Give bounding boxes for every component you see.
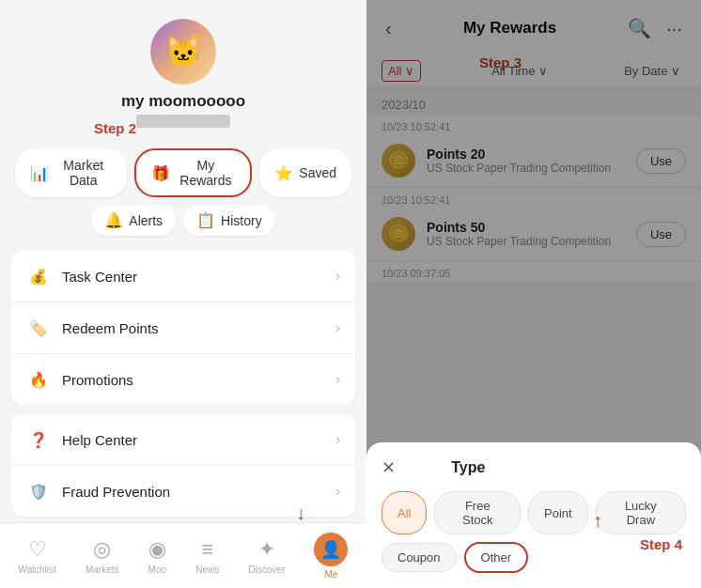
task-center-label: Task Center xyxy=(62,269,335,285)
market-data-icon: 📊 xyxy=(30,164,49,182)
my-rewards-icon: 🎁 xyxy=(151,164,170,182)
help-center-icon: ❓ xyxy=(26,427,51,452)
market-data-label: Market Data xyxy=(55,158,112,188)
sheet-header: ✕ Type xyxy=(382,457,686,478)
promotions-label: Promotions xyxy=(62,372,335,388)
quick-buttons-row2: 🔔 Alerts 📋 History xyxy=(0,205,366,236)
menu-section-1: 💰 Task Center › 🏷️ Redeem Points › 🔥 Pro… xyxy=(11,251,355,405)
chip-coupon[interactable]: Coupon xyxy=(382,543,457,572)
redeem-points-label: Redeem Points xyxy=(62,320,335,336)
fraud-prevention-chevron: › xyxy=(335,483,340,500)
me-label: Me xyxy=(324,569,337,580)
discover-icon: ✦ xyxy=(258,537,275,562)
fraud-prevention-icon: 🛡️ xyxy=(26,479,51,503)
discover-label: Discover xyxy=(248,565,285,575)
history-button[interactable]: 📋 History xyxy=(183,205,275,236)
market-data-button[interactable]: 📊 Market Data xyxy=(15,148,127,197)
alerts-icon: 🔔 xyxy=(104,211,123,229)
sheet-title: Type xyxy=(396,459,541,476)
nav-watchlist[interactable]: ♡ Watchlist xyxy=(9,532,66,580)
chip-all[interactable]: All xyxy=(382,491,427,534)
menu-section-2: ❓ Help Center › 🛡️ Fraud Prevention › xyxy=(11,414,355,517)
username: my moomooooo xyxy=(121,92,245,111)
promotions-chevron: › xyxy=(335,371,340,388)
task-center-item[interactable]: 💰 Task Center › xyxy=(11,251,355,302)
markets-icon: ◎ xyxy=(93,537,111,562)
step2-label: Step 2 xyxy=(94,120,136,136)
arrow-step1-icon: ↓ xyxy=(296,503,305,524)
nav-me[interactable]: 👤 Me xyxy=(304,527,357,585)
chip-point[interactable]: Point xyxy=(528,491,588,534)
avatar: 🐱 xyxy=(150,19,216,85)
nav-markets[interactable]: ◎ Markets xyxy=(76,532,129,580)
nav-discover[interactable]: ✦ Discover xyxy=(239,532,294,580)
me-avatar: 👤 xyxy=(314,533,348,566)
redeem-points-icon: 🏷️ xyxy=(26,316,51,340)
quick-buttons-row1: 📊 Market Data 🎁 My Rewards ⭐ Saved xyxy=(0,148,366,197)
bottom-sheet-overlay: ✕ Type All Free Stock Point Lucky Draw C… xyxy=(366,0,701,588)
bottom-nav: ♡ Watchlist ◎ Markets ◉ Moo ≡ News ✦ Dis… xyxy=(0,522,366,588)
nav-news[interactable]: ≡ News xyxy=(186,532,228,580)
saved-icon: ⭐ xyxy=(274,164,293,182)
help-center-item[interactable]: ❓ Help Center › xyxy=(11,414,355,466)
news-icon: ≡ xyxy=(201,537,213,562)
my-rewards-button[interactable]: 🎁 My Rewards xyxy=(134,148,252,197)
watchlist-icon: ♡ xyxy=(28,537,47,562)
news-label: News xyxy=(195,565,219,575)
left-panel: 🐱 my moomooooo Step 2 📊 Market Data 🎁 My… xyxy=(0,0,366,588)
alerts-label: Alerts xyxy=(129,213,163,228)
user-id-bar xyxy=(136,115,230,128)
bottom-sheet: ✕ Type All Free Stock Point Lucky Draw C… xyxy=(366,442,701,588)
profile-section: 🐱 my moomooooo xyxy=(0,0,366,148)
sheet-close-button[interactable]: ✕ xyxy=(382,457,396,478)
chip-free-stock[interactable]: Free Stock xyxy=(434,491,521,534)
redeem-points-item[interactable]: 🏷️ Redeem Points › xyxy=(11,302,355,354)
step4-label: Step 4 xyxy=(640,536,682,552)
redeem-points-chevron: › xyxy=(335,319,340,336)
right-panel: ‹ My Rewards 🔍 ··· All ∨ All Time ∨ By D… xyxy=(366,0,701,588)
history-icon: 📋 xyxy=(196,211,215,229)
my-rewards-label: My Rewards xyxy=(176,158,235,188)
watchlist-label: Watchlist xyxy=(19,565,56,575)
help-center-chevron: › xyxy=(335,431,340,448)
chip-other[interactable]: Other xyxy=(464,542,529,573)
promotions-item[interactable]: 🔥 Promotions › xyxy=(11,354,355,405)
task-center-icon: 💰 xyxy=(26,264,51,288)
task-center-chevron: › xyxy=(335,268,340,285)
alerts-button[interactable]: 🔔 Alerts xyxy=(91,205,176,236)
arrow-step4-icon: ↑ xyxy=(593,510,602,532)
fraud-prevention-label: Fraud Prevention xyxy=(62,484,335,500)
saved-button[interactable]: ⭐ Saved xyxy=(259,148,351,197)
type-chips-row1: All Free Stock Point Lucky Draw xyxy=(382,491,686,534)
promotions-icon: 🔥 xyxy=(26,367,51,392)
moo-icon: ◉ xyxy=(148,537,166,562)
history-label: History xyxy=(221,213,262,228)
help-center-label: Help Center xyxy=(62,432,335,448)
chip-lucky-draw[interactable]: Lucky Draw xyxy=(596,491,686,534)
nav-moo[interactable]: ◉ Moo xyxy=(139,532,176,580)
moo-label: Moo xyxy=(148,565,166,575)
markets-label: Markets xyxy=(86,565,119,575)
saved-label: Saved xyxy=(299,165,336,180)
